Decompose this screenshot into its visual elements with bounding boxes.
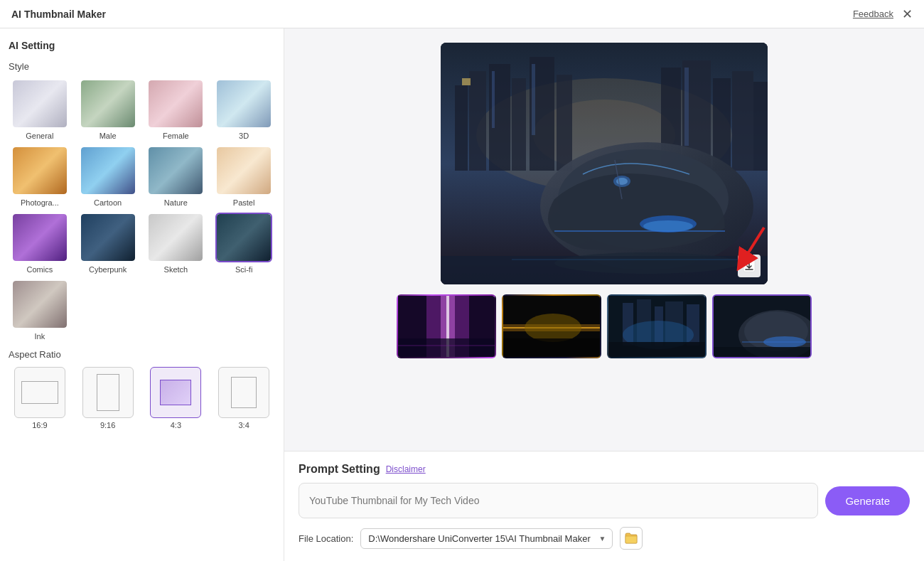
thumb-lines-1 [398, 296, 495, 357]
style-thumb-ink [11, 279, 68, 329]
svg-rect-16 [732, 71, 753, 171]
style-label-comics: Comics [27, 265, 53, 274]
folder-button[interactable] [620, 527, 643, 550]
prompt-input[interactable] [299, 483, 818, 518]
aspect-box-9-16 [82, 367, 134, 418]
svg-point-42 [525, 314, 581, 342]
main-preview [441, 43, 768, 284]
svg-rect-10 [532, 64, 535, 135]
file-location-select[interactable]: D:\Wondershare UniConverter 15\AI Thumbn… [360, 528, 613, 549]
svg-rect-17 [753, 82, 768, 171]
style-img-3d [217, 80, 271, 127]
style-img-scifi [217, 214, 271, 261]
style-img-female [149, 80, 203, 127]
app-title: AI Thumbnail Maker [11, 9, 106, 20]
style-img-pastel [217, 147, 271, 194]
style-item-sketch[interactable]: Sketch [145, 213, 208, 274]
style-label-photogra: Photogra... [21, 198, 59, 207]
style-img-photogra [13, 147, 67, 194]
svg-rect-8 [512, 78, 526, 171]
aspect-grid: 16:9 9:16 4:3 3:4 [9, 367, 275, 429]
style-item-nature[interactable]: Nature [145, 146, 208, 207]
right-panel: Prompt Setting Disclaimer Generate File … [284, 28, 924, 561]
prompt-header: Prompt Setting Disclaimer [299, 463, 910, 476]
style-img-cartoon [81, 147, 135, 194]
file-location-row: File Location: D:\Wondershare UniConvert… [299, 527, 910, 550]
style-thumb-comics [11, 213, 68, 262]
style-label-cartoon: Cartoon [94, 198, 122, 207]
aspect-item-9-16[interactable]: 9:16 [77, 367, 139, 429]
style-thumb-pastel [215, 146, 272, 196]
svg-rect-11 [557, 75, 572, 171]
svg-rect-14 [684, 68, 689, 146]
style-item-pastel[interactable]: Pastel [213, 146, 275, 207]
style-item-general[interactable]: General [9, 79, 71, 140]
folder-icon [625, 533, 638, 544]
style-thumb-scifi [215, 213, 272, 262]
prompt-row: Generate [299, 483, 910, 518]
thumbnail-item-1[interactable] [397, 294, 496, 358]
style-thumb-general [11, 79, 68, 129]
titlebar-actions: Feedback ✕ [853, 8, 913, 21]
style-grid: General Male Female 3D [9, 79, 275, 341]
aspect-item-3-4[interactable]: 3:4 [213, 367, 275, 429]
style-img-nature [149, 147, 203, 194]
download-icon [743, 260, 756, 272]
svg-rect-15 [713, 78, 731, 171]
aspect-box-3-4 [218, 367, 269, 418]
thumbnail-item-4[interactable] [712, 294, 812, 358]
file-location-select-wrapper: D:\Wondershare UniConverter 15\AI Thumbn… [360, 528, 613, 549]
aspect-item-16-9[interactable]: 16:9 [9, 367, 71, 429]
thumbnail-item-3[interactable] [607, 294, 707, 358]
aspect-label-16-9: 16:9 [32, 421, 47, 429]
svg-rect-3 [455, 85, 468, 171]
aspect-inner-16-9 [21, 381, 58, 404]
aspect-label-9-16: 9:16 [100, 421, 115, 429]
feedback-link[interactable]: Feedback [853, 9, 893, 19]
aspect-label-3-4: 3:4 [238, 421, 249, 429]
style-img-comics [13, 214, 67, 261]
style-label-sketch: Sketch [164, 265, 188, 274]
sidebar: AI Setting Style General Male Female [0, 28, 284, 561]
style-item-cyberpunk[interactable]: Cyberpunk [77, 213, 139, 274]
prompt-title: Prompt Setting [299, 463, 380, 476]
style-thumb-cartoon [80, 146, 136, 196]
generate-button[interactable]: Generate [825, 486, 910, 515]
thumb-svg-2 [503, 296, 600, 357]
svg-rect-4 [469, 71, 486, 171]
aspect-item-4-3[interactable]: 4:3 [145, 367, 208, 429]
style-item-scifi[interactable]: Sci-fi [213, 213, 275, 274]
disclaimer-link[interactable]: Disclaimer [386, 464, 426, 474]
svg-point-21 [643, 220, 693, 232]
close-button[interactable]: ✕ [902, 8, 913, 21]
thumbnail-item-2[interactable] [502, 294, 601, 358]
download-button[interactable] [738, 255, 761, 277]
style-item-3d[interactable]: 3D [213, 79, 275, 140]
style-label: Style [9, 61, 275, 72]
thumb-lines-2 [503, 296, 600, 357]
titlebar: AI Thumbnail Maker Feedback ✕ [0, 0, 924, 28]
style-item-cartoon[interactable]: Cartoon [77, 146, 139, 207]
style-label-cyberpunk: Cyberpunk [89, 265, 127, 274]
style-thumb-photogra [11, 146, 68, 196]
svg-rect-57 [714, 347, 810, 357]
style-label-female: Female [163, 132, 189, 140]
style-item-comics[interactable]: Comics [9, 213, 71, 274]
style-label-nature: Nature [164, 198, 188, 207]
thumb-svg-4 [714, 296, 810, 357]
thumb-lines-3 [608, 296, 705, 357]
style-item-ink[interactable]: Ink [9, 279, 71, 341]
style-item-male[interactable]: Male [77, 79, 139, 140]
aspect-inner-4-3 [160, 380, 191, 405]
style-img-ink [13, 281, 67, 328]
style-label-general: General [26, 132, 53, 140]
svg-rect-5 [462, 78, 471, 85]
style-img-cyberpunk [81, 214, 135, 261]
svg-rect-43 [503, 338, 600, 357]
style-item-photogra[interactable]: Photogra... [9, 146, 71, 207]
style-item-female[interactable]: Female [145, 79, 208, 140]
aspect-box-4-3 [150, 367, 201, 418]
style-label-male: Male [100, 132, 117, 140]
style-img-general [13, 80, 67, 127]
style-label-scifi: Sci-fi [235, 265, 252, 274]
